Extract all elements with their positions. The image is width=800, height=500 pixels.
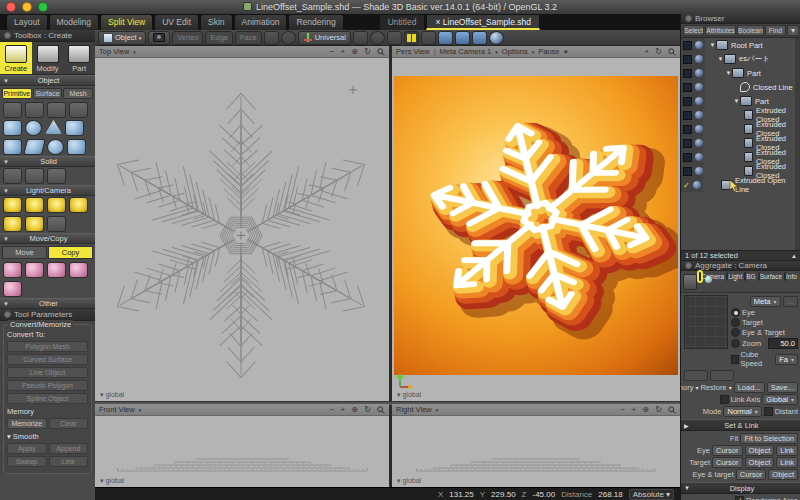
cube-small-primitive-icon[interactable] [67, 139, 86, 155]
translate-tool-icon[interactable] [3, 262, 22, 278]
render-toggle[interactable] [695, 41, 703, 49]
render-toggle[interactable] [695, 125, 703, 133]
options-dropdown[interactable]: Options [502, 47, 528, 56]
cube-speed-dropdown[interactable]: Fa▾ [775, 354, 798, 365]
solid-subtract-icon[interactable] [25, 168, 44, 184]
fit-to-selection-button[interactable]: Fit to Selection [740, 433, 798, 444]
filter-funnel-icon[interactable]: ▼ [787, 25, 799, 36]
panel-dot-icon[interactable] [685, 262, 692, 269]
render-toggle[interactable] [695, 153, 703, 161]
meta-dropdown[interactable]: Meta▾ [750, 296, 781, 307]
save-button[interactable]: Save... [767, 382, 798, 393]
tab-skin[interactable]: Skin [200, 14, 233, 30]
ramp-primitive-icon[interactable] [23, 139, 46, 155]
render-toggle[interactable] [695, 69, 703, 77]
visibility-toggle[interactable] [683, 55, 692, 64]
convert-curved-surface-button[interactable]: Curved Surface [7, 354, 88, 365]
toolbox-tab-part[interactable]: Part [63, 42, 95, 74]
universal-manipulator-button[interactable]: Universal [298, 31, 351, 45]
expand-arrow-icon[interactable]: ▼ [705, 98, 740, 104]
refresh-dot-icon[interactable]: ● [563, 47, 568, 56]
smooth-append-button[interactable]: Append [49, 443, 89, 454]
smooth-sweep-button[interactable]: Sweep [7, 456, 47, 467]
convert-spline-object-button[interactable]: Spline Object [7, 393, 88, 404]
visibility-toggle[interactable] [683, 139, 692, 148]
aggregate-tab-camera[interactable]: Camera [699, 273, 724, 280]
single-view-icon[interactable] [438, 31, 453, 45]
render-toggle[interactable] [695, 55, 703, 63]
joint-icon[interactable] [683, 274, 697, 290]
visibility-toggle[interactable] [683, 41, 692, 50]
shear-tool-icon[interactable] [3, 281, 22, 297]
restore-dropdown[interactable]: Restore [700, 383, 726, 392]
browser-tab-attributes[interactable]: Attributes [705, 25, 736, 36]
disk-primitive-icon[interactable] [47, 139, 64, 155]
viewport-zoom-controls[interactable]: + ↻ [644, 47, 664, 56]
magnet-snap-icon[interactable] [387, 31, 402, 45]
camera-select-dropdown[interactable]: Meta Camera 1 [440, 47, 492, 56]
render-toggle[interactable] [695, 83, 703, 91]
rotate-tool-icon[interactable] [25, 262, 44, 278]
cylinder-primitive-icon[interactable] [3, 139, 22, 155]
display-section-header[interactable]: ▼Display [681, 482, 800, 494]
tab-modeling[interactable]: Modeling [49, 14, 100, 30]
magnifier-icon[interactable] [377, 406, 385, 414]
cube-speed-checkbox[interactable] [731, 355, 739, 364]
tree-row-root-part[interactable]: ▼Root Part [681, 38, 795, 52]
eye-cursor-button[interactable]: Cursor [712, 445, 743, 456]
visibility-toggle[interactable] [683, 153, 692, 162]
object-section-header[interactable]: ▼Object [0, 75, 95, 86]
spot-light-icon[interactable] [25, 197, 44, 213]
distant-checkbox[interactable] [764, 407, 773, 416]
set-link-section-header[interactable]: ▶Set & Link [681, 419, 800, 431]
visibility-toggle[interactable] [683, 125, 692, 134]
pose-tool-icon[interactable] [353, 31, 368, 45]
target-object-button[interactable]: Object [745, 457, 775, 468]
vertex-mode-button[interactable]: Vertex [172, 31, 203, 45]
camera-preview[interactable] [684, 295, 728, 349]
subtab-surface[interactable]: Surface [33, 88, 63, 99]
visibility-toggle[interactable] [683, 97, 692, 106]
polyline-tool-icon[interactable] [3, 102, 22, 118]
camera-mode-button[interactable] [148, 31, 170, 45]
grid-snap-icon[interactable] [404, 31, 419, 45]
memory-dropdown[interactable]: Memory [681, 383, 693, 392]
eyetarget-object-button[interactable]: Object [768, 469, 798, 480]
zoom-radio[interactable] [731, 339, 740, 348]
tree-row-es-part[interactable]: ▼esパート [681, 52, 795, 66]
mirror-tool-icon[interactable] [69, 262, 88, 278]
right-viewport-canvas[interactable]: ▾ global [392, 416, 680, 487]
expand-arrow-icon[interactable]: ▼ [705, 42, 716, 48]
visibility-toggle[interactable] [683, 83, 692, 92]
convert-line-object-button[interactable]: Line Object [7, 367, 88, 378]
top-axis-label[interactable]: ▾ global [100, 391, 124, 399]
preview-prev-button[interactable] [684, 370, 708, 381]
target-link-button[interactable]: Link [776, 457, 798, 468]
render-toggle[interactable] [695, 97, 703, 105]
expand-arrow-icon[interactable]: ▼ [705, 70, 732, 76]
doc-tab-untitled[interactable]: Untitled [379, 14, 426, 30]
mode-dropdown[interactable]: Normal▾ [723, 406, 761, 417]
point-light-icon[interactable] [3, 197, 22, 213]
yellow-check-icon[interactable]: ✓ [683, 182, 690, 189]
rendering-area-checkbox[interactable]: ✓ [735, 496, 744, 500]
tab-uv-edit[interactable]: UV Edit [154, 14, 199, 30]
viewport-zoom-controls[interactable]: − + ⊕ ↻ [621, 405, 664, 414]
zoom-value-field[interactable]: 50.0 [768, 338, 798, 349]
doc-tab-active[interactable]: × LineOffset_Sample.shd [426, 14, 540, 30]
expand-arrow-icon[interactable]: ▼ [705, 56, 724, 62]
smooth-link-button[interactable]: Link [49, 456, 89, 467]
cone-primitive-icon[interactable] [45, 120, 62, 134]
lightcamera-section-header[interactable]: ▼Light/Camera [0, 185, 95, 196]
linear-light-icon[interactable] [3, 216, 22, 232]
move-button[interactable]: Move [2, 246, 47, 259]
meta-edit-button[interactable]: … [783, 296, 799, 307]
other-section-header[interactable]: ▼Other [0, 298, 95, 309]
right-axis-label[interactable]: ▾ global [397, 477, 421, 485]
render-toggle[interactable] [695, 167, 703, 175]
aggregate-tab-surface[interactable]: Surface [758, 273, 782, 280]
toolbox-tab-create[interactable]: Create [0, 42, 32, 74]
panel-dot-icon[interactable] [4, 311, 11, 318]
preview-next-button[interactable] [710, 370, 734, 381]
face-mode-button[interactable]: Face [235, 31, 262, 45]
